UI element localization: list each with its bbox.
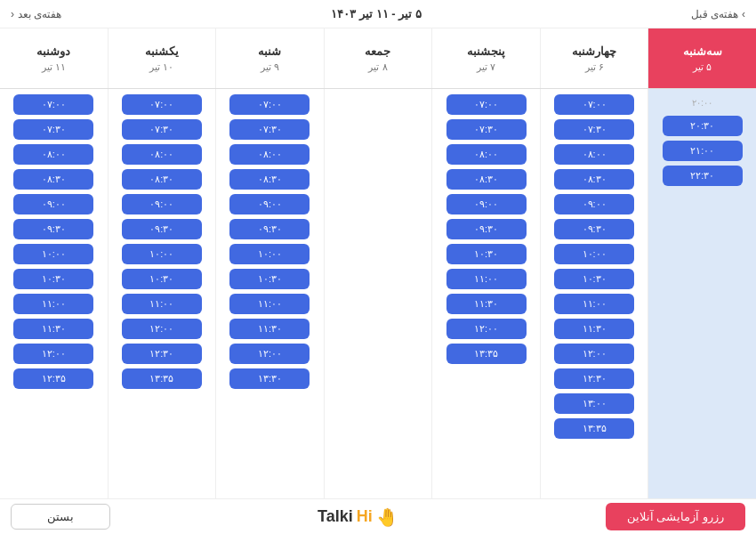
time-slot-btn[interactable]: ۱۲:۳۵ bbox=[13, 368, 93, 389]
time-slot-btn[interactable]: ۱۰:۰۰ bbox=[554, 244, 634, 264]
time-slot-btn[interactable]: ۰۷:۳۰ bbox=[229, 119, 310, 140]
time-slot-btn[interactable]: ۱۱:۰۰ bbox=[229, 294, 310, 314]
time-slot-btn[interactable]: ۰۷:۳۰ bbox=[446, 119, 527, 140]
time-slot-btn[interactable]: ۱۲:۰۰ bbox=[229, 344, 310, 364]
time-slot-btn[interactable]: ۱۱:۳۰ bbox=[554, 319, 634, 339]
time-slot-btn[interactable]: ۱۰:۳۰ bbox=[13, 269, 93, 289]
time-slot-btn[interactable]: ۲۲:۳۰ bbox=[663, 166, 743, 186]
time-slot-text: ۲۰:۰۰ bbox=[652, 94, 752, 111]
time-slot-btn[interactable]: ۱۰:۰۰ bbox=[229, 244, 310, 264]
time-column-sun: ۰۷:۰۰۰۷:۳۰۰۸:۰۰۰۸:۳۰۰۹:۰۰۰۹:۳۰۱۰:۰۰۱۰:۳۰… bbox=[540, 89, 648, 498]
time-slot-btn[interactable]: ۱۲:۰۰ bbox=[554, 344, 634, 364]
time-slot-btn[interactable]: ۱۳:۳۵ bbox=[446, 344, 527, 364]
time-slot-btn[interactable]: ۰۸:۳۰ bbox=[554, 169, 634, 190]
time-slot-btn[interactable]: ۱۱:۰۰ bbox=[122, 294, 202, 314]
time-slot-btn[interactable]: ۰۸:۰۰ bbox=[122, 144, 202, 165]
time-slot-btn[interactable]: ۰۷:۰۰ bbox=[229, 94, 310, 115]
time-slot-btn[interactable]: ۱۲:۳۰ bbox=[554, 368, 634, 389]
day-date-thu: ۱۰ تیر bbox=[149, 61, 173, 73]
cancel-button[interactable]: بستن bbox=[11, 504, 110, 530]
time-slot-btn[interactable]: ۱۳:۳۰ bbox=[229, 368, 310, 389]
time-slot-btn[interactable]: ۰۸:۳۰ bbox=[13, 169, 93, 190]
time-slot-btn[interactable]: ۱۲:۰۰ bbox=[13, 344, 93, 364]
time-slot-btn[interactable]: ۱۰:۰۰ bbox=[122, 244, 202, 264]
time-slot-btn[interactable]: ۱۰:۳۰ bbox=[554, 269, 634, 289]
chevron-right-icon: › bbox=[742, 8, 745, 20]
time-slot-btn[interactable]: ۱۱:۳۰ bbox=[13, 319, 93, 339]
bottom-bar: رزرو آزمایشی آنلاین 🤚 HiTalki بستن bbox=[0, 498, 756, 534]
time-column-mon: ۰۷:۰۰۰۷:۳۰۰۸:۰۰۰۸:۳۰۰۹:۰۰۰۹:۳۰۱۰:۳۰۱۱:۰۰… bbox=[431, 89, 540, 498]
time-slot-btn[interactable]: ۰۸:۳۰ bbox=[446, 169, 527, 190]
time-slot-btn[interactable]: ۰۸:۰۰ bbox=[554, 144, 634, 165]
time-slot-btn[interactable]: ۰۸:۰۰ bbox=[13, 144, 93, 165]
day-name-sun: چهارشنبه bbox=[572, 44, 616, 58]
time-slot-btn[interactable]: ۰۹:۰۰ bbox=[229, 194, 310, 214]
time-slot-btn[interactable]: ۱۳:۳۵ bbox=[554, 418, 634, 439]
time-slot-btn[interactable]: ۰۷:۳۰ bbox=[122, 119, 202, 140]
time-slot-btn[interactable]: ۰۷:۳۰ bbox=[13, 119, 93, 140]
time-slot-btn[interactable]: ۱۱:۳۰ bbox=[229, 319, 310, 339]
day-header-fri[interactable]: دوشنبه ۱۱ تیر bbox=[0, 28, 108, 88]
time-slot-btn[interactable]: ۱۲:۰۰ bbox=[122, 319, 202, 339]
time-slot-btn[interactable]: ۱۰:۳۰ bbox=[122, 269, 202, 289]
logo-hi-text: Hi bbox=[357, 507, 373, 526]
time-slot-btn[interactable]: ۰۹:۳۰ bbox=[229, 219, 310, 239]
day-date-mon: ۷ تیر bbox=[477, 61, 495, 73]
logo-wave-icon: 🤚 bbox=[376, 506, 398, 528]
day-name-tue: جمعه bbox=[365, 44, 390, 58]
time-slot-btn[interactable]: ۰۷:۰۰ bbox=[122, 94, 202, 115]
time-slot-btn[interactable]: ۲۱:۰۰ bbox=[663, 141, 743, 161]
time-slot-btn[interactable]: ۱۰:۳۰ bbox=[446, 244, 527, 264]
top-navigation: › هفته‌ی قبل ۵ تیر - ۱۱ تیر ۱۴۰۳ هفته‌ی … bbox=[0, 0, 756, 28]
time-slot-btn[interactable]: ۰۷:۰۰ bbox=[554, 94, 634, 115]
time-slot-btn[interactable]: ۰۹:۰۰ bbox=[446, 194, 527, 214]
day-name-sat: سه‌شنبه bbox=[683, 44, 722, 58]
time-slot-btn[interactable]: ۱۳:۰۰ bbox=[554, 393, 634, 414]
day-header-wed[interactable]: شنبه ۹ تیر bbox=[215, 28, 324, 88]
day-name-mon: پنجشنبه bbox=[467, 44, 505, 58]
time-slot-btn[interactable]: ۰۹:۰۰ bbox=[122, 194, 202, 214]
time-slot-btn[interactable]: ۱۰:۳۰ bbox=[229, 269, 310, 289]
day-name-thu: یکشنبه bbox=[145, 44, 179, 58]
time-slot-btn[interactable]: ۰۸:۳۰ bbox=[122, 169, 202, 190]
time-slot-btn[interactable]: ۰۸:۳۰ bbox=[229, 169, 310, 190]
time-slot-btn[interactable]: ۰۸:۰۰ bbox=[446, 144, 527, 165]
day-name-wed: شنبه bbox=[258, 44, 281, 58]
time-column-tue bbox=[324, 89, 432, 498]
prev-week-btn[interactable]: › هفته‌ی قبل bbox=[691, 8, 745, 20]
day-header-tue[interactable]: جمعه ۸ تیر bbox=[324, 28, 432, 88]
day-header-sat[interactable]: سه‌شنبه ۵ تیر bbox=[647, 28, 756, 88]
time-slot-btn[interactable]: ۰۹:۳۰ bbox=[13, 219, 93, 239]
time-slot-btn[interactable]: ۰۷:۳۰ bbox=[554, 119, 634, 140]
time-column-thu: ۰۷:۰۰۰۷:۳۰۰۸:۰۰۰۸:۳۰۰۹:۰۰۰۹:۳۰۱۰:۰۰۱۰:۳۰… bbox=[108, 89, 216, 498]
time-slot-btn[interactable]: ۰۸:۰۰ bbox=[229, 144, 310, 165]
time-slot-btn[interactable]: ۱۲:۳۰ bbox=[122, 344, 202, 364]
reserve-button[interactable]: رزرو آزمایشی آنلاین bbox=[606, 503, 745, 530]
time-slot-btn[interactable]: ۰۹:۰۰ bbox=[13, 194, 93, 214]
time-slot-btn[interactable]: ۱۱:۳۰ bbox=[446, 294, 527, 314]
day-header-sun[interactable]: چهارشنبه ۶ تیر bbox=[540, 28, 648, 88]
time-slot-btn[interactable]: ۰۷:۰۰ bbox=[446, 94, 527, 115]
time-slot-btn[interactable]: ۱۳:۳۵ bbox=[122, 368, 202, 389]
prev-week-label: هفته‌ی قبل bbox=[691, 8, 738, 20]
time-slot-btn[interactable]: ۰۹:۰۰ bbox=[554, 194, 634, 214]
time-slot-btn[interactable]: ۱۱:۰۰ bbox=[554, 294, 634, 314]
day-date-sun: ۶ تیر bbox=[585, 61, 604, 73]
time-slot-btn[interactable]: ۰۹:۳۰ bbox=[446, 219, 527, 239]
time-slot-btn[interactable]: ۱۰:۰۰ bbox=[13, 244, 93, 264]
time-slot-btn[interactable]: ۰۹:۳۰ bbox=[122, 219, 202, 239]
time-slot-btn[interactable]: ۰۷:۰۰ bbox=[13, 94, 93, 115]
next-week-btn[interactable]: هفته‌ی بعد ‹ bbox=[11, 8, 61, 20]
time-column-sat: ۲۰:۰۰۲۰:۳۰۲۱:۰۰۲۲:۳۰ bbox=[647, 89, 756, 498]
day-header-thu[interactable]: یکشنبه ۱۰ تیر bbox=[108, 28, 216, 88]
day-header-mon[interactable]: پنجشنبه ۷ تیر bbox=[431, 28, 540, 88]
chevron-left-icon: ‹ bbox=[11, 8, 14, 20]
time-slot-btn[interactable]: ۱۱:۰۰ bbox=[13, 294, 93, 314]
logo-talki-text: Talki bbox=[318, 507, 353, 526]
day-date-fri: ۱۱ تیر bbox=[42, 61, 66, 73]
days-header: سه‌شنبه ۵ تیر چهارشنبه ۶ تیر پنجشنبه ۷ ت… bbox=[0, 28, 756, 89]
time-slot-btn[interactable]: ۱۱:۰۰ bbox=[446, 269, 527, 289]
time-slot-btn[interactable]: ۱۲:۰۰ bbox=[446, 319, 527, 339]
time-slot-btn[interactable]: ۰۹:۳۰ bbox=[554, 219, 634, 239]
time-slot-btn[interactable]: ۲۰:۳۰ bbox=[663, 116, 743, 136]
